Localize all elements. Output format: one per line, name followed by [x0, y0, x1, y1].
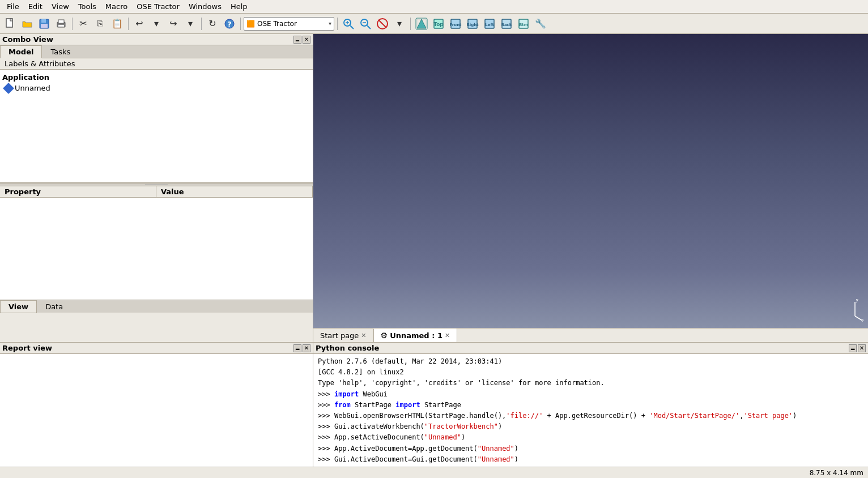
sep-5 — [337, 18, 338, 30]
print-button[interactable] — [53, 16, 69, 32]
report-minimize-button[interactable]: 🗕 — [293, 344, 301, 352]
viewport-tabs: Start page ✕ ⚙ Unnamed : 1 ✕ — [313, 328, 868, 342]
zoom-fit-button[interactable] — [341, 16, 356, 32]
menu-help[interactable]: Help — [226, 1, 252, 12]
svg-text:Right: Right — [466, 23, 479, 27]
no-selection-button[interactable] — [375, 16, 390, 32]
vtab-start-page[interactable]: Start page ✕ — [313, 329, 374, 342]
copy-button[interactable]: ⎘ — [92, 16, 108, 32]
refresh-button[interactable]: ↻ — [205, 16, 220, 32]
tree-item-unnamed[interactable]: Unnamed — [2, 83, 310, 93]
menu-edit[interactable]: Edit — [24, 1, 47, 12]
view-front-button[interactable]: Front — [448, 16, 463, 32]
python-console-body[interactable]: Python 2.7.6 (default, Mar 22 2014, 23:0… — [313, 354, 868, 467]
python-console-line: >>> Gui.ActiveDocument=Gui.getDocument("… — [318, 454, 863, 465]
value-column-header: Value — [156, 186, 313, 197]
tab-tasks[interactable]: Tasks — [42, 45, 79, 58]
python-console-line: >>> import WebGui — [318, 389, 863, 400]
menu-windows[interactable]: Windows — [184, 1, 226, 12]
cut-button[interactable]: ✂ — [75, 16, 91, 32]
sep-6 — [410, 18, 411, 30]
save-button[interactable] — [36, 16, 52, 32]
menubar: File Edit View Tools Macro OSE Tractor W… — [0, 0, 868, 14]
svg-rect-7 — [58, 25, 64, 27]
vtab-unnamed1-close[interactable]: ✕ — [445, 332, 450, 339]
vtab-start-page-label: Start page — [320, 331, 359, 340]
property-table-header: Property Value — [0, 186, 313, 198]
help-button[interactable]: ? — [222, 16, 237, 32]
draw-dropdown[interactable]: ▾ — [392, 16, 407, 32]
sep-4 — [240, 18, 241, 30]
view-home-button[interactable] — [414, 16, 429, 32]
sep-1 — [72, 18, 73, 30]
paste-button[interactable]: 📋 — [109, 16, 125, 32]
python-console-line: >>> WebGui.openBrowserHTML(StartPage.han… — [318, 411, 863, 421]
redo-button[interactable]: ↪ — [165, 16, 181, 32]
python-console-line: Python 2.7.6 (default, Mar 22 2014, 23:0… — [318, 356, 863, 367]
python-console-line: >>> from StartPage import StartPage — [318, 400, 863, 411]
menu-file[interactable]: File — [2, 1, 24, 12]
tree-item-unnamed-label: Unnamed — [15, 84, 50, 92]
report-close-button[interactable]: ✕ — [303, 344, 310, 352]
svg-line-15 — [367, 25, 371, 29]
view-top-button[interactable]: Top — [431, 16, 446, 32]
property-table-body — [0, 198, 313, 300]
svg-rect-6 — [58, 20, 64, 23]
workbench-label: OSE Tractor — [257, 20, 297, 28]
svg-text:Front: Front — [450, 23, 462, 27]
viewport: y x Start page ✕ ⚙ Unnamed : 1 ✕ — [313, 34, 868, 342]
sep-3 — [201, 18, 202, 30]
labels-attributes-tab[interactable]: Labels & Attributes — [0, 58, 313, 70]
subtab-data[interactable]: Data — [37, 300, 71, 313]
toolbar: ✂ ⎘ 📋 ↩ ▾ ↪ ▾ ↻ ? 🟧 OSE Tractor ▾ ▾ Top — [0, 14, 868, 34]
view-left-button[interactable]: Left — [482, 16, 497, 32]
tab-model[interactable]: Model — [0, 45, 42, 58]
menu-ose-tractor[interactable]: OSE Tractor — [132, 1, 184, 12]
property-column-header: Property — [0, 186, 156, 197]
combo-close-button[interactable]: ✕ — [303, 36, 310, 44]
report-view-controls: 🗕 ✕ — [293, 344, 310, 352]
view-data-tabs: View Data — [0, 300, 313, 313]
viewport-canvas[interactable]: y x — [313, 34, 868, 328]
combo-view-controls: 🗕 ✕ — [293, 36, 310, 44]
workbench-arrow: ▾ — [329, 20, 331, 27]
new-button[interactable] — [2, 16, 18, 32]
undo-dropdown[interactable]: ▾ — [148, 16, 164, 32]
combo-minimize-button[interactable]: 🗕 — [293, 36, 301, 44]
python-console-line: >>> App.setActiveDocument("Unnamed") — [318, 432, 863, 443]
sep-2 — [128, 18, 129, 30]
undo-button[interactable]: ↩ — [131, 16, 147, 32]
vtab-unnamed1[interactable]: ⚙ Unnamed : 1 ✕ — [374, 328, 458, 342]
subtab-view[interactable]: View — [0, 300, 37, 313]
svg-rect-3 — [41, 19, 46, 23]
redo-dropdown[interactable]: ▾ — [182, 16, 198, 32]
view-back-button[interactable]: Back — [499, 16, 514, 32]
workbench-dropdown[interactable]: 🟧 OSE Tractor ▾ — [244, 17, 334, 31]
python-minimize-button[interactable]: 🗕 — [849, 344, 857, 352]
report-view: Report view 🗕 ✕ — [0, 343, 313, 467]
zoom-out-button[interactable] — [358, 16, 373, 32]
unnamed-icon — [3, 83, 14, 94]
view-bottom-button[interactable]: Btm — [516, 16, 531, 32]
svg-text:Back: Back — [501, 23, 512, 27]
combo-view-header: Combo View 🗕 ✕ — [0, 34, 313, 45]
svg-marker-20 — [417, 19, 426, 28]
python-console-controls: 🗕 ✕ — [849, 344, 866, 352]
svg-text:x: x — [862, 317, 863, 322]
python-close-button[interactable]: ✕ — [858, 344, 866, 352]
python-console-line: >>> App.ActiveDocument=App.getDocument("… — [318, 443, 863, 454]
svg-rect-4 — [41, 24, 48, 28]
view-right-button[interactable]: Right — [465, 16, 480, 32]
vtab-unnamed1-label: Unnamed : 1 — [390, 331, 442, 340]
python-console-line: [GCC 4.8.2] on linux2 — [318, 367, 863, 378]
vtab-start-page-close[interactable]: ✕ — [361, 332, 366, 339]
menu-macro[interactable]: Macro — [101, 1, 132, 12]
settings-button[interactable]: 🔧 — [533, 16, 548, 32]
svg-text:Btm: Btm — [519, 23, 528, 27]
report-view-body — [0, 354, 313, 467]
statusbar: 8.75 x 4.14 mm — [0, 467, 868, 478]
menu-tools[interactable]: Tools — [74, 1, 101, 12]
application-tree: Application Unnamed — [0, 70, 313, 183]
open-button[interactable] — [19, 16, 35, 32]
menu-view[interactable]: View — [47, 1, 74, 12]
